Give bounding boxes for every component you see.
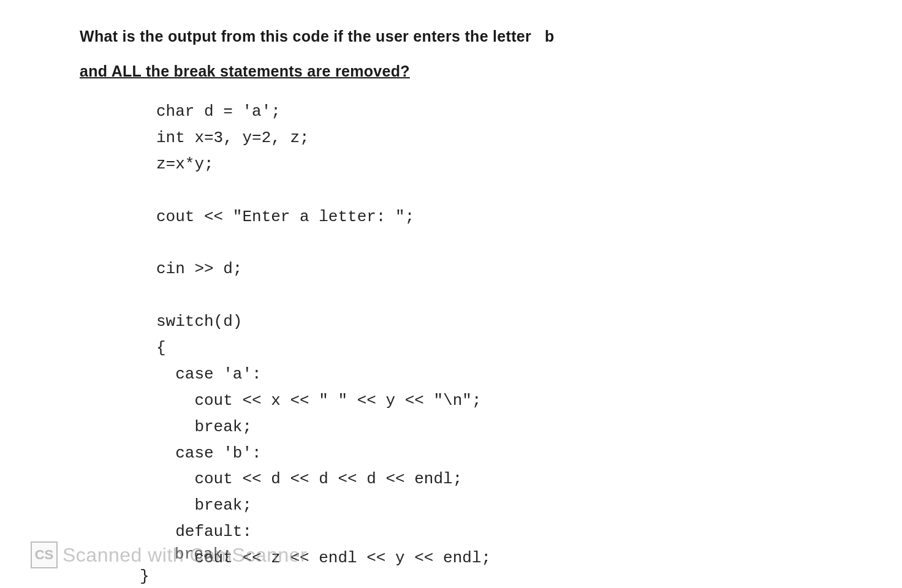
- code-line: char d = 'a';: [156, 102, 281, 121]
- code-line: cout << d << d << d << endl;: [156, 470, 462, 488]
- code-line: case 'a':: [156, 365, 262, 383]
- camscanner-watermark: CS Scanned with CamScanner: [31, 541, 307, 568]
- code-line: cout << "Enter a letter: ";: [156, 208, 414, 226]
- code-line: int x=3, y=2, z;: [156, 129, 309, 147]
- code-line: cin >> d;: [156, 260, 242, 278]
- question-line-2: and ALL the break statements are removed…: [80, 62, 822, 80]
- code-line: break;: [156, 496, 252, 514]
- question-line-1: What is the output from this code if the…: [80, 28, 822, 45]
- code-line: break;: [156, 418, 252, 436]
- camscanner-icon: CS: [31, 541, 58, 568]
- code-line: cout << x << " " << y << "\n";: [156, 391, 482, 410]
- code-line: {: [156, 339, 166, 357]
- code-line: switch(d): [156, 312, 242, 331]
- code-line: z=x*y;: [156, 155, 214, 173]
- question-text-part2: b: [545, 28, 555, 45]
- code-block: char d = 'a'; int x=3, y=2, z; z=x*y; co…: [156, 99, 822, 571]
- code-line: case 'b':: [156, 444, 262, 462]
- code-closing-brace: }: [140, 567, 150, 586]
- code-line: default:: [156, 522, 252, 541]
- code-break-overlay: break;: [175, 545, 232, 564]
- question-text-part1: What is the output from this code if the…: [80, 28, 531, 45]
